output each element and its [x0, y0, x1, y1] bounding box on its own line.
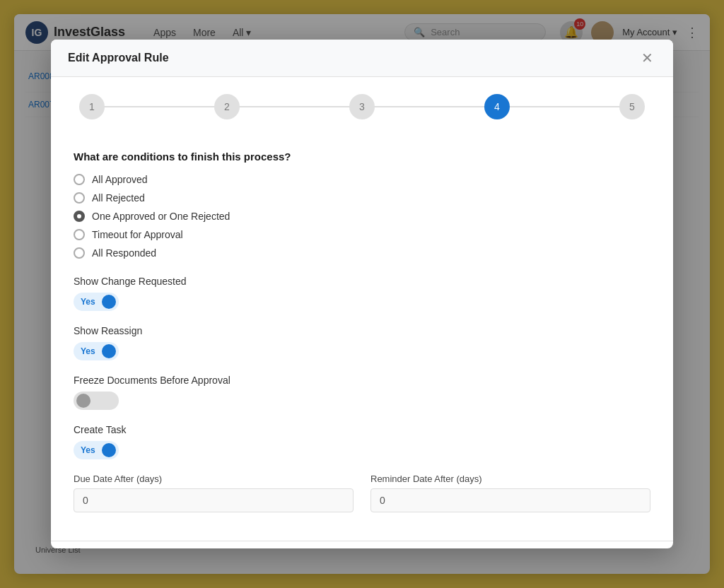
toggle-freeze-documents-wrapper: No — [74, 392, 650, 410]
radio-one-approved-rejected-label: One Approved or One Rejected — [92, 211, 230, 222]
radio-all-rejected-label: All Rejected — [92, 192, 145, 204]
modal-body: What are conditions to finish this proce… — [51, 136, 673, 541]
modal-overlay: Edit Approval Rule ✕ 1 2 3 4 5 — [0, 0, 724, 588]
toggle-show-change-requested-wrapper: Yes — [74, 293, 650, 311]
reminder-date-input[interactable] — [370, 488, 650, 512]
toggle-show-reassign-control[interactable]: Yes — [74, 342, 119, 360]
modal-header: Edit Approval Rule ✕ — [51, 40, 673, 77]
radio-all-approved-input[interactable] — [74, 174, 85, 185]
radio-group-conditions: All Approved All Rejected One Approved o… — [74, 174, 650, 259]
radio-all-rejected-input[interactable] — [74, 192, 85, 204]
radio-all-rejected[interactable]: All Rejected — [74, 192, 650, 204]
stepper: 1 2 3 4 5 — [51, 77, 673, 136]
radio-all-responded[interactable]: All Responded — [74, 247, 650, 259]
toggle-freeze-documents-label: Freeze Documents Before Approval — [74, 375, 650, 386]
step-1[interactable]: 1 — [79, 94, 105, 119]
input-group-due-date: Due Date After (days) — [74, 474, 354, 512]
radio-timeout[interactable]: Timeout for Approval — [74, 229, 650, 240]
radio-all-approved[interactable]: All Approved — [74, 174, 650, 185]
conditions-section-title: What are conditions to finish this proce… — [74, 151, 650, 163]
due-date-input[interactable] — [74, 488, 354, 512]
toggle-show-change-requested: Show Change Requested Yes — [74, 276, 650, 311]
toggle-yes-text-2: Yes — [76, 346, 98, 356]
edit-approval-rule-modal: Edit Approval Rule ✕ 1 2 3 4 5 — [51, 40, 673, 548]
radio-one-approved-rejected[interactable]: One Approved or One Rejected — [74, 211, 650, 222]
step-5[interactable]: 5 — [619, 94, 645, 119]
toggle-yes-text-1: Yes — [76, 297, 98, 307]
toggle-show-reassign-wrapper: Yes — [74, 342, 650, 360]
toggle-show-change-requested-label: Show Change Requested — [74, 276, 650, 287]
toggle-show-change-requested-control[interactable]: Yes — [74, 293, 119, 311]
radio-one-approved-rejected-input[interactable] — [74, 211, 85, 222]
toggle-create-task-label: Create Task — [74, 424, 650, 435]
toggle-freeze-documents-control[interactable]: No — [74, 392, 119, 410]
toggle-yes-text-4: Yes — [76, 445, 98, 455]
input-row-dates: Due Date After (days) Reminder Date Afte… — [74, 474, 650, 512]
input-group-reminder-date: Reminder Date After (days) — [370, 474, 650, 512]
toggle-create-task-wrapper: Yes — [74, 441, 650, 459]
due-date-label: Due Date After (days) — [74, 474, 354, 484]
toggle-knob-4 — [102, 443, 116, 457]
reminder-date-label: Reminder Date After (days) — [370, 474, 650, 484]
toggle-show-reassign: Show Reassign Yes — [74, 325, 650, 360]
radio-timeout-input[interactable] — [74, 229, 85, 240]
toggle-knob-3 — [76, 394, 90, 408]
radio-all-responded-input[interactable] — [74, 247, 85, 259]
step-3[interactable]: 3 — [349, 94, 375, 119]
radio-all-responded-label: All Responded — [92, 247, 156, 259]
step-4[interactable]: 4 — [484, 94, 510, 119]
toggle-freeze-documents: Freeze Documents Before Approval No — [74, 375, 650, 410]
radio-timeout-label: Timeout for Approval — [92, 229, 183, 240]
toggle-knob-1 — [102, 295, 116, 309]
toggle-show-reassign-label: Show Reassign — [74, 325, 650, 336]
toggle-knob-2 — [102, 344, 116, 358]
modal-title: Edit Approval Rule — [68, 52, 169, 64]
step-2[interactable]: 2 — [214, 94, 240, 119]
modal-close-button[interactable]: ✕ — [638, 51, 656, 65]
toggle-create-task: Create Task Yes — [74, 424, 650, 459]
toggle-create-task-control[interactable]: Yes — [74, 441, 119, 459]
radio-all-approved-label: All Approved — [92, 174, 148, 185]
modal-footer: Close Next — [51, 541, 673, 548]
